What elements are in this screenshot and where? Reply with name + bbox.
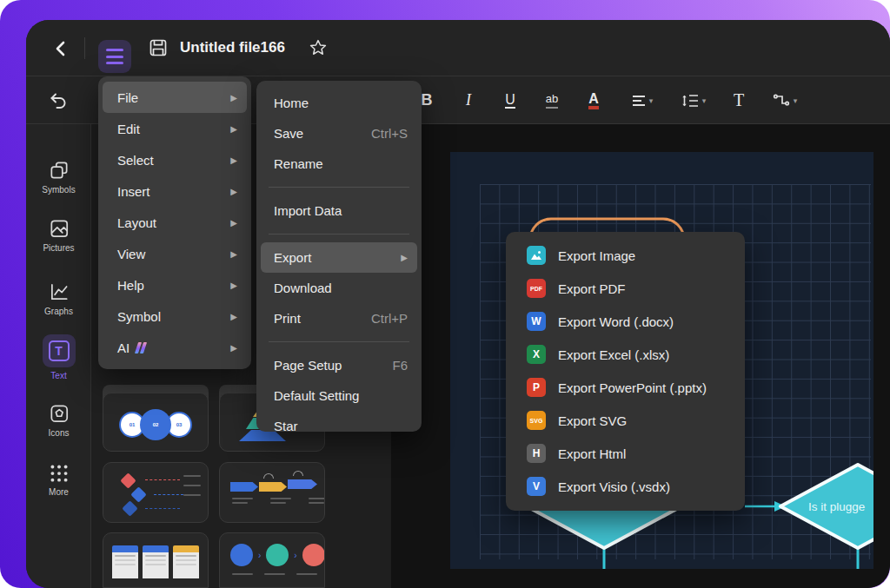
decision-label[interactable]: Is it plugge bbox=[808, 500, 865, 513]
submenu-item-home[interactable]: Home bbox=[256, 88, 422, 118]
connector-dropdown[interactable]: ▾ bbox=[767, 76, 803, 124]
svg-format-icon: SVG bbox=[527, 411, 546, 430]
ai-logo-icon bbox=[135, 342, 147, 353]
submenu-item-default-setting[interactable]: Default Setting bbox=[256, 380, 422, 411]
main-menu-button[interactable] bbox=[98, 40, 131, 73]
menu-divider bbox=[269, 234, 409, 235]
export-item-html[interactable]: H Export Html bbox=[506, 437, 745, 470]
align-left-icon bbox=[632, 95, 646, 107]
favorite-star-icon[interactable] bbox=[309, 38, 328, 57]
file-menu: File▶ Edit▶ Select▶ Insert▶ Layout▶ View… bbox=[98, 76, 251, 369]
menu-item-ai[interactable]: AI ▶ bbox=[98, 332, 251, 363]
menu-item-help[interactable]: Help▶ bbox=[98, 269, 251, 301]
submenu-item-download[interactable]: Download bbox=[256, 273, 422, 303]
powerpoint-format-icon: P bbox=[527, 378, 546, 397]
line-spacing-dropdown[interactable]: ▾ bbox=[676, 76, 711, 124]
template-thumbnail-diamond-list[interactable] bbox=[103, 462, 209, 523]
export-item-visio[interactable]: V Export Visio (.vsdx) bbox=[506, 470, 745, 503]
line-spacing-icon bbox=[681, 94, 699, 108]
export-item-word[interactable]: W Export Word (.docx) bbox=[506, 305, 745, 338]
menu-item-select[interactable]: Select▶ bbox=[98, 144, 251, 175]
menu-item-insert[interactable]: Insert▶ bbox=[98, 175, 251, 207]
pictures-icon bbox=[48, 217, 70, 240]
export-item-image[interactable]: Export Image bbox=[506, 239, 745, 272]
image-format-icon bbox=[527, 246, 546, 265]
submenu-item-save[interactable]: SaveCtrl+S bbox=[256, 118, 422, 149]
undo-icon[interactable] bbox=[49, 90, 70, 111]
titlebar-divider bbox=[84, 37, 85, 59]
word-format-icon: W bbox=[527, 312, 546, 331]
icons-icon bbox=[48, 402, 70, 425]
menu-divider bbox=[269, 341, 409, 342]
excel-format-icon: X bbox=[527, 345, 546, 364]
file-submenu: Home SaveCtrl+S Rename Import Data Expor… bbox=[256, 81, 422, 432]
sidebar-item-symbols[interactable]: Symbols bbox=[26, 159, 91, 195]
sidebar-item-text[interactable]: T Text bbox=[26, 334, 91, 380]
text-icon: T bbox=[43, 334, 76, 367]
document-title[interactable]: Untitled file166 bbox=[180, 39, 285, 56]
export-menu: Export Image PDF Export PDF W Export Wor… bbox=[506, 232, 745, 511]
underline-button[interactable]: U bbox=[501, 76, 520, 124]
submenu-item-page-setup[interactable]: Page SetupF6 bbox=[256, 350, 422, 380]
submenu-item-print[interactable]: PrintCtrl+P bbox=[256, 303, 422, 334]
app-window: Untitled file166 B I U ab A ▾ bbox=[26, 20, 890, 588]
sidebar-item-more[interactable]: More bbox=[26, 461, 91, 497]
template-thumbnail-circle-steps[interactable]: › › bbox=[219, 532, 325, 588]
export-item-pdf[interactable]: PDF Export PDF bbox=[506, 272, 745, 305]
template-thumbnail-day-tables[interactable] bbox=[103, 532, 209, 588]
sidebar-item-graphs[interactable]: Graphs bbox=[26, 281, 91, 316]
pdf-format-icon: PDF bbox=[527, 279, 546, 298]
menu-item-file[interactable]: File▶ bbox=[103, 82, 247, 113]
font-color-button[interactable]: A bbox=[584, 76, 603, 124]
export-item-svg[interactable]: SVG Export SVG bbox=[506, 404, 745, 437]
title-bar: Untitled file166 bbox=[26, 20, 890, 76]
symbols-icon bbox=[48, 159, 70, 182]
export-item-excel[interactable]: X Export Excel (.xlsx) bbox=[506, 338, 745, 371]
screenshot-frame: Untitled file166 B I U ab A ▾ bbox=[0, 0, 890, 588]
menu-item-view[interactable]: View▶ bbox=[98, 238, 251, 269]
spellcheck-button[interactable]: ab bbox=[541, 76, 563, 124]
align-dropdown[interactable]: ▾ bbox=[628, 76, 657, 124]
html-format-icon: H bbox=[527, 444, 546, 463]
italic-button[interactable]: I bbox=[459, 76, 478, 124]
template-thumbnail-arrow-timeline[interactable] bbox=[219, 462, 325, 523]
export-item-powerpoint[interactable]: P Export PowerPoint (.pptx) bbox=[506, 371, 745, 404]
menu-item-layout[interactable]: Layout▶ bbox=[98, 207, 251, 238]
submenu-item-star[interactable]: Star bbox=[256, 411, 422, 441]
text-tool-button[interactable]: T bbox=[728, 76, 749, 124]
sidebar-item-icons[interactable]: Icons bbox=[26, 402, 91, 438]
more-grid-icon bbox=[48, 461, 70, 484]
submenu-item-import-data[interactable]: Import Data bbox=[256, 195, 422, 226]
visio-format-icon: V bbox=[527, 477, 546, 496]
menu-item-edit[interactable]: Edit▶ bbox=[98, 113, 251, 144]
left-icon-sidebar: Symbols Pictures Graphs T Text bbox=[26, 124, 91, 588]
sidebar-item-pictures[interactable]: Pictures bbox=[26, 217, 91, 253]
back-icon[interactable] bbox=[52, 39, 70, 58]
menu-divider bbox=[269, 187, 409, 188]
connector-icon bbox=[773, 93, 790, 109]
menu-item-symbol[interactable]: Symbol▶ bbox=[98, 301, 251, 332]
submenu-item-rename[interactable]: Rename bbox=[256, 149, 422, 179]
submenu-item-export[interactable]: Export▶ bbox=[261, 242, 417, 273]
graphs-icon bbox=[48, 281, 70, 303]
template-thumbnail-circles[interactable]: 01 02 03 bbox=[103, 393, 209, 452]
save-icon[interactable] bbox=[148, 37, 169, 58]
